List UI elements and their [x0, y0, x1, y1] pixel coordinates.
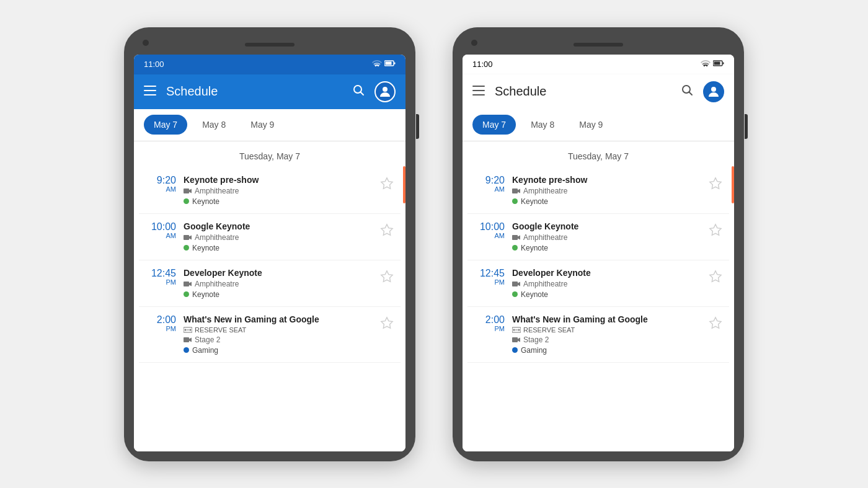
reserve-icon [512, 327, 521, 333]
svg-rect-4 [144, 90, 156, 91]
session-location: Amphitheatre [512, 233, 704, 242]
session-time: 12:45 PM [472, 268, 505, 286]
video-icon [512, 188, 521, 194]
svg-rect-16 [184, 337, 189, 342]
session-title: Google Keynote [184, 221, 376, 231]
tag-label: Keynote [521, 290, 548, 299]
svg-rect-3 [144, 86, 156, 87]
app-title: Schedule [166, 84, 342, 99]
svg-rect-9 [184, 189, 189, 193]
schedule-list: 9:20 AM Keynote pre-show Amphitheatre Ke… [134, 167, 405, 363]
app-title: Schedule [495, 84, 671, 99]
app-bar: Schedule [463, 74, 734, 109]
favorite-button[interactable] [378, 175, 396, 192]
session-tag: Keynote [184, 197, 376, 206]
hamburger-icon[interactable] [472, 84, 485, 99]
svg-point-13 [185, 329, 187, 331]
time-ampm: AM [144, 232, 176, 239]
session-time: 12:45 PM [144, 268, 176, 286]
session-tag: Keynote [512, 244, 704, 252]
time-ampm: AM [472, 232, 505, 239]
session-details: Keynote pre-show Amphitheatre Keynote [512, 175, 704, 206]
session-details: Google Keynote Amphitheatre Keynote [512, 221, 704, 252]
time-hour: 2:00 [144, 314, 176, 326]
session-tag: Keynote [512, 290, 704, 299]
svg-rect-18 [714, 62, 720, 65]
session-item[interactable]: 12:45 PM Developer Keynote Amphitheatre … [139, 260, 401, 307]
session-title: Developer Keynote [184, 268, 376, 278]
session-item[interactable]: 10:00 AM Google Keynote Amphitheatre Key… [467, 214, 729, 260]
video-icon [184, 337, 192, 343]
svg-rect-27 [512, 235, 518, 240]
location-name: Amphitheatre [523, 187, 567, 195]
session-item[interactable]: 10:00 AM Google Keynote Amphitheatre Key… [139, 214, 401, 260]
favorite-button[interactable] [378, 268, 396, 285]
session-time: 10:00 AM [472, 221, 505, 240]
tag-dot [184, 198, 189, 204]
reserve-label: RESERVE SEAT [195, 326, 246, 334]
time-hour: 9:20 [472, 175, 505, 186]
avatar-button[interactable] [703, 81, 724, 102]
session-tag: Keynote [184, 290, 376, 299]
date-tab-2[interactable]: May 9 [241, 115, 284, 135]
session-time: 2:00 PM [472, 314, 505, 333]
session-item[interactable]: 2:00 PM What's New in Gaming at Google R… [139, 307, 401, 363]
session-item[interactable]: 12:45 PM Developer Keynote Amphitheatre … [467, 260, 729, 307]
tag-label: Keynote [192, 244, 219, 252]
session-location: Amphitheatre [184, 233, 376, 242]
time-hour: 12:45 [144, 268, 176, 279]
session-tag: Keynote [512, 197, 704, 206]
session-title: Keynote pre-show [184, 175, 376, 185]
session-item[interactable]: 9:20 AM Keynote pre-show Amphitheatre Ke… [467, 167, 729, 214]
hamburger-icon[interactable] [144, 84, 156, 99]
scroll-indicator [732, 166, 734, 203]
date-tab-0[interactable]: May 7 [144, 115, 187, 135]
session-item[interactable]: 9:20 AM Keynote pre-show Amphitheatre Ke… [139, 167, 401, 214]
avatar-button[interactable] [374, 81, 396, 102]
date-tab-1[interactable]: May 8 [192, 115, 236, 135]
svg-rect-21 [472, 90, 485, 91]
favorite-button[interactable] [707, 314, 724, 332]
star-icon [709, 177, 722, 190]
star-icon [380, 223, 394, 237]
session-title: What's New in Gaming at Google [512, 314, 704, 324]
location-name: Amphitheatre [195, 187, 239, 195]
favorite-button[interactable] [378, 314, 396, 332]
svg-rect-11 [184, 282, 189, 286]
battery-icon [384, 60, 396, 69]
schedule-content: Tuesday, May 7 9:20 AM Keynote pre-show … [134, 141, 405, 451]
video-icon [512, 234, 521, 241]
favorite-button[interactable] [707, 221, 724, 239]
search-button[interactable] [352, 84, 365, 99]
session-time: 2:00 PM [144, 314, 176, 333]
video-icon [184, 281, 192, 287]
tag-dot [184, 245, 189, 251]
favorite-button[interactable] [707, 268, 724, 285]
date-tab-2[interactable]: May 9 [569, 115, 613, 135]
svg-rect-19 [723, 63, 724, 64]
star-icon [709, 270, 722, 283]
svg-rect-10 [184, 235, 189, 240]
schedule-content: Tuesday, May 7 9:20 AM Keynote pre-show … [463, 141, 734, 451]
session-location-reserve: RESERVE SEAT [184, 326, 376, 334]
search-button[interactable] [681, 84, 693, 99]
svg-rect-33 [512, 337, 518, 342]
favorite-button[interactable] [378, 221, 396, 239]
phone-speaker [574, 43, 623, 47]
favorite-button[interactable] [707, 175, 724, 192]
day-header: Tuesday, May 7 [134, 141, 405, 167]
time-hour: 2:00 [472, 314, 505, 326]
session-item[interactable]: 2:00 PM What's New in Gaming at Google R… [467, 307, 729, 363]
session-title: Keynote pre-show [512, 175, 704, 185]
date-tabs: May 7May 8May 9 [463, 109, 734, 141]
session-details: Keynote pre-show Amphitheatre Keynote [184, 175, 376, 206]
date-tab-1[interactable]: May 8 [521, 115, 564, 135]
time-hour: 10:00 [472, 221, 505, 233]
session-tag: Gaming [512, 346, 704, 355]
svg-rect-1 [386, 62, 392, 65]
phone-screen: 11:00 [134, 55, 405, 451]
date-tab-0[interactable]: May 7 [472, 115, 516, 135]
time-ampm: AM [144, 185, 176, 193]
tag-dot [512, 245, 518, 251]
tag-label: Keynote [521, 197, 548, 206]
